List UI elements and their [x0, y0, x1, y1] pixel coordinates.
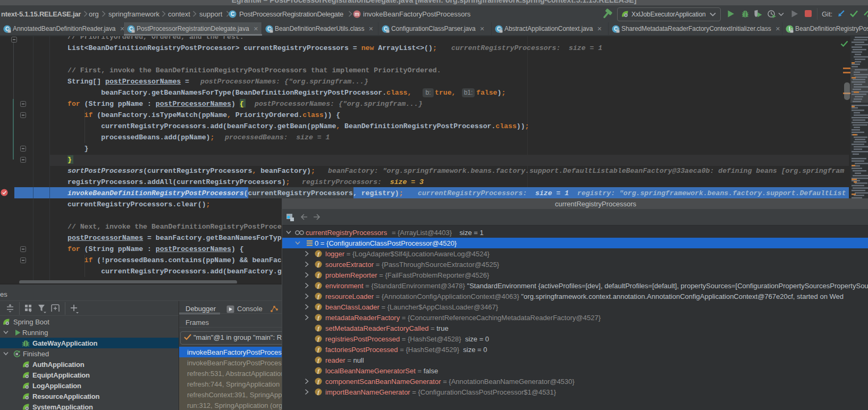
svg-text:C: C — [231, 11, 234, 17]
svg-text:m: m — [355, 11, 359, 17]
